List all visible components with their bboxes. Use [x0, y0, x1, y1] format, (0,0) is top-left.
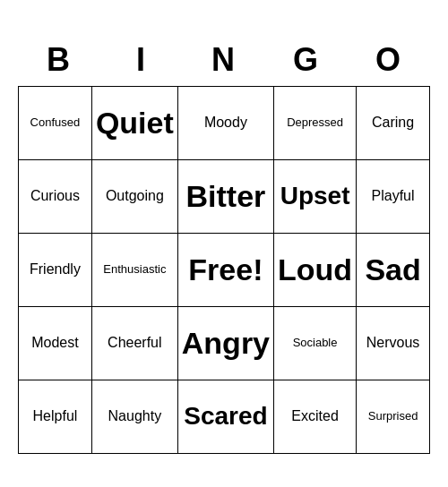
cell-label: Loud — [278, 252, 352, 288]
cell-label: Caring — [372, 114, 414, 131]
cell-label: Sociable — [293, 336, 338, 350]
cell-label: Helpful — [33, 407, 78, 424]
cell-label: Enthusiastic — [103, 262, 166, 277]
cell-r2-c3: Loud — [274, 234, 357, 307]
bingo-grid: ConfusedQuietMoodyDepressedCaringCurious… — [18, 86, 430, 454]
cell-r4-c4: Surprised — [357, 380, 430, 454]
cell-r1-c4: Playful — [357, 160, 430, 234]
cell-r4-c0: Helpful — [19, 380, 92, 454]
cell-label: Nervous — [366, 334, 420, 351]
cell-label: Surprised — [368, 409, 418, 423]
header-letter: O — [348, 34, 430, 86]
cell-label: Friendly — [30, 261, 81, 278]
cell-label: Sad — [365, 252, 420, 288]
cell-r1-c2: Bitter — [178, 160, 274, 234]
bingo-card: BINGO ConfusedQuietMoodyDepressedCaringC… — [18, 34, 430, 454]
cell-r0-c4: Caring — [357, 87, 430, 160]
cell-label: Upset — [280, 181, 350, 211]
cell-label: Bitter — [186, 178, 266, 215]
cell-label: Angry — [182, 325, 270, 362]
cell-r1-c3: Upset — [274, 160, 357, 234]
cell-r0-c3: Depressed — [274, 87, 357, 160]
cell-r0-c1: Quiet — [92, 87, 178, 160]
cell-r0-c0: Confused — [19, 87, 92, 160]
header-letter: N — [183, 34, 265, 86]
cell-label: Outgoing — [106, 187, 164, 204]
cell-r3-c3: Sociable — [274, 307, 357, 380]
cell-r2-c1: Enthusiastic — [92, 234, 178, 307]
cell-label: Modest — [31, 334, 78, 351]
cell-r4-c1: Naughty — [92, 380, 178, 454]
cell-label: Curious — [30, 187, 80, 204]
cell-r3-c1: Cheerful — [92, 307, 178, 380]
cell-r3-c0: Modest — [19, 307, 92, 380]
cell-r2-c4: Sad — [357, 234, 430, 307]
cell-label: Depressed — [287, 115, 343, 130]
cell-label: Quiet — [96, 105, 174, 141]
cell-label: Free! — [188, 252, 263, 288]
cell-r4-c2: Scared — [178, 380, 274, 454]
header-letter: B — [18, 34, 100, 86]
header-letter: I — [100, 34, 183, 86]
cell-r0-c2: Moody — [178, 87, 274, 160]
cell-label: Playful — [372, 187, 415, 204]
cell-r3-c4: Nervous — [357, 307, 430, 380]
cell-label: Cheerful — [108, 334, 161, 351]
cell-label: Confused — [30, 115, 81, 130]
cell-label: Moody — [204, 114, 247, 131]
cell-r2-c0: Friendly — [19, 234, 92, 307]
bingo-header: BINGO — [18, 34, 430, 86]
cell-r1-c1: Outgoing — [92, 160, 178, 234]
cell-r1-c0: Curious — [19, 160, 92, 234]
cell-label: Excited — [291, 407, 338, 424]
cell-r2-c2: Free! — [178, 234, 274, 307]
cell-label: Scared — [184, 401, 267, 431]
header-letter: G — [265, 34, 348, 86]
cell-r3-c2: Angry — [178, 307, 274, 380]
cell-r4-c3: Excited — [274, 380, 357, 454]
cell-label: Naughty — [108, 407, 162, 424]
